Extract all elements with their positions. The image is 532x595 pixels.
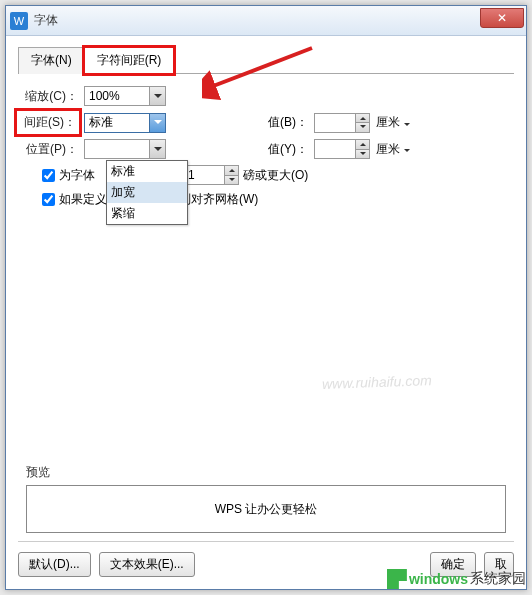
app-icon: W	[10, 12, 28, 30]
unit-b[interactable]: 厘米	[376, 114, 410, 131]
preview-text: WPS 让办公更轻松	[215, 501, 318, 518]
combo-scale[interactable]: 100%	[84, 86, 166, 106]
close-icon: ✕	[497, 11, 507, 25]
titlebar: W 字体 ✕	[6, 6, 526, 36]
close-button[interactable]: ✕	[480, 8, 524, 28]
label-position: 位置(P)：	[18, 141, 78, 158]
checkbox-snap-grid[interactable]	[42, 193, 55, 206]
label-scale: 缩放(C)：	[18, 88, 78, 105]
tab-font[interactable]: 字体(N)	[18, 47, 85, 74]
chevron-down-icon	[402, 142, 410, 156]
dropdown-spacing-options: 标准 加宽 紧缩	[106, 160, 188, 225]
spinner-buttons[interactable]	[355, 114, 369, 132]
button-bar: 默认(D)... 文本效果(E)... 确定 取	[18, 541, 514, 577]
option-standard[interactable]: 标准	[107, 161, 187, 182]
label-spacing: 间距(S)：	[18, 112, 78, 133]
option-condensed[interactable]: 紧缩	[107, 203, 187, 224]
combo-spacing[interactable]: 标准	[84, 113, 166, 133]
font-dialog: W 字体 ✕ 字体(N) 字符间距(R) 缩放(C)： 100% 间距(S)： …	[5, 5, 527, 590]
tab-bar: 字体(N) 字符间距(R)	[18, 46, 514, 74]
label-value-y: 值(Y)：	[258, 141, 308, 158]
spinner-value-b[interactable]	[314, 113, 370, 133]
spinner-value-y[interactable]	[314, 139, 370, 159]
combo-position[interactable]	[84, 139, 166, 159]
spinner-kerning[interactable]: 1	[183, 165, 239, 185]
chevron-down-icon	[149, 140, 165, 158]
spinner-buttons[interactable]	[355, 140, 369, 158]
spinner-buttons[interactable]	[224, 166, 238, 184]
chevron-down-icon	[402, 116, 410, 130]
option-expanded[interactable]: 加宽	[107, 182, 187, 203]
chevron-down-icon	[149, 87, 165, 105]
chevron-down-icon	[149, 114, 165, 132]
combo-scale-value: 100%	[89, 89, 120, 103]
preview-label: 预览	[26, 464, 506, 481]
preview-section: 预览 WPS 让办公更轻松	[26, 464, 506, 533]
unit-y[interactable]: 厘米	[376, 141, 410, 158]
row-scale: 缩放(C)： 100%	[18, 86, 514, 106]
combo-spacing-value: 标准	[89, 114, 113, 131]
row-position: 位置(P)： 值(Y)： 厘米	[18, 139, 514, 159]
checkbox-kerning-label: 为字体	[59, 167, 95, 184]
window-title: 字体	[34, 12, 58, 29]
label-value-b: 值(B)：	[258, 114, 308, 131]
row-spacing: 间距(S)： 标准 值(B)： 厘米	[18, 112, 514, 133]
cancel-button[interactable]: 取	[484, 552, 514, 577]
default-button[interactable]: 默认(D)...	[18, 552, 91, 577]
dialog-content: 字体(N) 字符间距(R) 缩放(C)： 100% 间距(S)： 标准 值(B)…	[6, 36, 526, 589]
spinner-kerning-value: 1	[188, 168, 195, 182]
label-kerning-unit: 磅或更大(O)	[243, 167, 308, 184]
preview-box: WPS 让办公更轻松	[26, 485, 506, 533]
checkbox-kerning[interactable]	[42, 169, 55, 182]
ok-button[interactable]: 确定	[430, 552, 476, 577]
text-effect-button[interactable]: 文本效果(E)...	[99, 552, 195, 577]
tab-char-spacing[interactable]: 字符间距(R)	[84, 47, 175, 74]
